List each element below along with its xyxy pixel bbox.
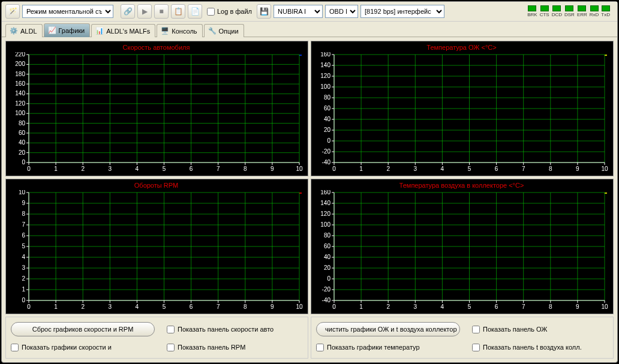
svg-text:8: 8 [549, 166, 552, 172]
reset-speed-rpm-button[interactable]: Сброс графиков скорости и RPM [11, 322, 155, 336]
tab-malfs[interactable]: 📊 ALDL's MALFs [91, 24, 155, 37]
show-air-panel-checkbox[interactable]: Показать панель t воздуха колл. [472, 344, 604, 351]
led-cts [540, 5, 549, 11]
svg-text:1: 1 [359, 166, 363, 172]
show-speed-graphs-checkbox[interactable]: Показать графики скорости и [11, 344, 155, 351]
status-leds: BRK CTS DCD DSR ERR RxD TxD [527, 5, 614, 17]
tab-graphs[interactable]: 📈 Графики [44, 23, 91, 37]
led-txd [602, 5, 610, 11]
svg-text:-40: -40 [322, 159, 331, 166]
chart-coolant: Температура ОЖ <°C> -40-2002040608010012… [311, 41, 614, 176]
svg-text:220: 220 [15, 52, 25, 58]
svg-text:1: 1 [22, 286, 25, 293]
play-icon-button[interactable]: ▶ [137, 4, 152, 19]
tab-options[interactable]: 🔧 Опции [204, 24, 244, 37]
tab-console[interactable]: 🖥️ Консоль [157, 24, 202, 37]
svg-text:10: 10 [601, 303, 608, 310]
svg-text:60: 60 [324, 243, 331, 249]
tab-aldl[interactable]: ⚙️ ALDL [5, 24, 43, 37]
svg-text:2: 2 [386, 303, 390, 310]
chart-rpm: Обороты RPM 012345678910012345678910 [5, 179, 308, 314]
svg-text:140: 140 [15, 90, 25, 97]
svg-text:6: 6 [190, 166, 193, 172]
mode-select[interactable]: Режим моментальной съем [22, 5, 113, 18]
stop-icon-button[interactable]: ■ [154, 4, 169, 19]
svg-text:0: 0 [22, 297, 25, 303]
chart-airtemp: Температура воздуха в коллекторе <°C> -4… [311, 179, 614, 314]
svg-text:120: 120 [320, 210, 330, 217]
svg-text:20: 20 [324, 127, 331, 133]
svg-text:2: 2 [22, 275, 25, 282]
led-err [578, 5, 586, 11]
interface-select[interactable]: [8192 bps] интерфейс [360, 5, 444, 18]
charts-area: Скорость автомобиля 02040608010012014016… [2, 37, 617, 362]
svg-text:9: 9 [576, 303, 579, 310]
led-brk [528, 5, 536, 11]
svg-text:80: 80 [324, 232, 331, 239]
show-rpm-panel-checkbox[interactable]: Показать панель RPM [167, 344, 299, 351]
svg-text:0: 0 [332, 303, 336, 310]
chart-speed-title: Скорость автомобиля [8, 44, 304, 51]
svg-text:7: 7 [217, 303, 220, 310]
svg-text:20: 20 [324, 264, 331, 271]
wand-icon-button[interactable]: 🪄 [5, 4, 20, 19]
svg-text:5: 5 [163, 303, 166, 310]
log-to-file-label: Log в файл [217, 8, 252, 15]
svg-text:1: 1 [54, 303, 58, 310]
svg-text:6: 6 [22, 232, 25, 239]
svg-text:4: 4 [136, 303, 139, 310]
svg-text:3: 3 [414, 303, 417, 310]
svg-text:180: 180 [15, 71, 25, 77]
tab-strip: ⚙️ ALDL 📈 Графики 📊 ALDL's MALFs 🖥️ Конс… [2, 22, 617, 37]
file-icon-button[interactable]: 📄 [188, 4, 202, 19]
show-temp-graphs-checkbox[interactable]: Показать графики температур [316, 344, 460, 351]
connect-icon-button[interactable]: 🔗 [121, 4, 135, 19]
chart-speed: Скорость автомобиля 02040608010012014016… [5, 41, 308, 176]
svg-text:4: 4 [136, 166, 139, 172]
svg-text:3: 3 [22, 264, 25, 271]
clear-temp-graphs-button[interactable]: чистить графики ОЖ и t воздуха коллектор [316, 322, 460, 336]
svg-text:9: 9 [271, 303, 274, 310]
svg-text:140: 140 [320, 200, 330, 206]
svg-text:4: 4 [441, 166, 444, 172]
main-toolbar: 🪄 Режим моментальной съем 🔗 ▶ ■ 📋 📄 Log … [2, 2, 617, 22]
show-speed-panel-checkbox[interactable]: Показать панель скорости авто [167, 326, 299, 333]
svg-text:160: 160 [15, 80, 25, 87]
svg-text:40: 40 [324, 116, 331, 122]
svg-text:7: 7 [522, 303, 525, 310]
svg-text:4: 4 [441, 303, 444, 310]
car-select[interactable]: NUBIRA I [274, 5, 323, 18]
svg-text:4: 4 [22, 254, 25, 260]
svg-text:120: 120 [320, 73, 330, 79]
svg-text:80: 80 [19, 120, 26, 127]
settings-icon: 🔧 [208, 27, 217, 35]
svg-text:120: 120 [15, 100, 25, 107]
gear-icon: ⚙️ [10, 27, 18, 35]
svg-text:6: 6 [495, 166, 498, 172]
svg-text:7: 7 [522, 166, 525, 172]
svg-text:9: 9 [22, 200, 25, 206]
list-icon-button[interactable]: 📋 [171, 4, 185, 19]
svg-text:5: 5 [163, 166, 166, 172]
led-rxd [590, 5, 599, 11]
svg-text:0: 0 [327, 137, 330, 144]
show-coolant-panel-checkbox[interactable]: Показать панель ОЖ [472, 326, 604, 333]
svg-text:5: 5 [468, 303, 471, 310]
svg-text:5: 5 [468, 166, 471, 172]
obd-select[interactable]: OBD I [325, 5, 358, 18]
floppy-icon-button[interactable]: 💾 [257, 4, 271, 19]
svg-text:5: 5 [22, 243, 25, 249]
svg-text:40: 40 [19, 139, 26, 146]
chart-airtemp-title: Температура воздуха в коллекторе <°C> [314, 182, 609, 189]
svg-text:100: 100 [320, 221, 330, 228]
chart-rpm-title: Обороты RPM [8, 182, 304, 189]
svg-text:0: 0 [22, 159, 25, 166]
log-to-file-checkbox[interactable]: Log в файл [207, 8, 252, 16]
svg-text:60: 60 [19, 130, 26, 136]
svg-text:80: 80 [324, 94, 331, 101]
svg-text:2: 2 [81, 303, 85, 310]
svg-text:-20: -20 [322, 148, 331, 155]
svg-text:100: 100 [15, 110, 25, 116]
svg-text:10: 10 [296, 166, 303, 172]
svg-text:2: 2 [386, 166, 390, 172]
